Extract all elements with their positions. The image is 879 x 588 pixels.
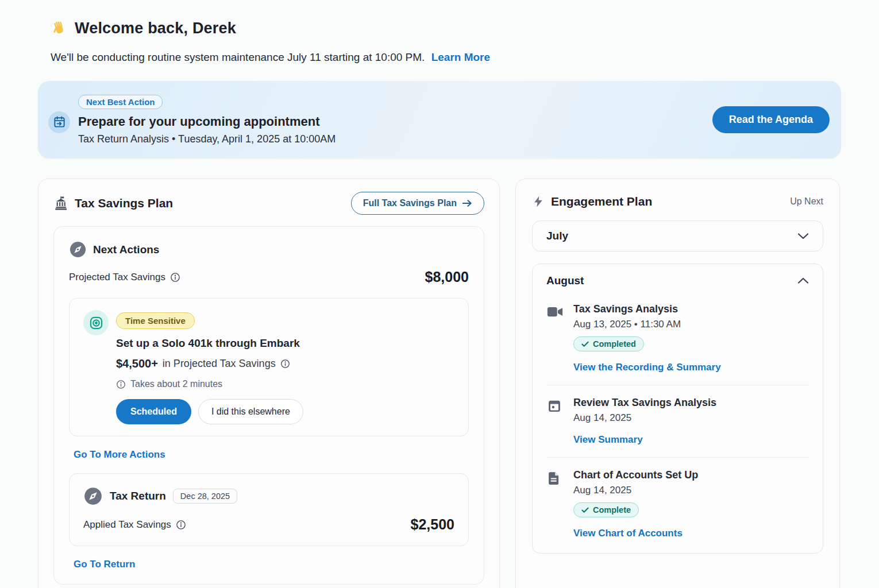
engagement-item-date: Aug 14, 2025 <box>573 485 631 496</box>
document-icon <box>546 469 564 539</box>
check-icon <box>581 507 589 513</box>
compass-icon <box>83 486 103 506</box>
engagement-item: Tax Savings Analysis Aug 13, 2025 • 11:3… <box>546 303 809 373</box>
lightning-icon <box>532 194 545 209</box>
scheduled-button[interactable]: Scheduled <box>116 399 191 424</box>
tax-return-date-badge: Dec 28, 2025 <box>173 489 237 504</box>
status-badge: Completed <box>573 336 644 351</box>
greeting-text: Welcome back, Derek <box>75 20 236 37</box>
compass-icon <box>69 241 87 258</box>
info-icon[interactable] <box>280 359 290 369</box>
view-recording-summary-link[interactable]: View the Recording & Summary <box>573 362 721 373</box>
month-accordion-august: August Tax Savings Analysis Au <box>532 264 823 554</box>
engagement-item: Review Tax Savings Analysis Aug 14, 2025… <box>546 397 809 446</box>
target-icon <box>83 310 109 335</box>
info-icon[interactable] <box>170 272 180 283</box>
engagement-item: Chart of Accounts Set Up Aug 14, 2025 Co… <box>546 469 809 539</box>
view-chart-of-accounts-link[interactable]: View Chart of Accounts <box>573 528 683 539</box>
divider <box>546 385 809 385</box>
page-title: Welcome back, Derek <box>51 20 879 37</box>
engagement-item-title: Review Tax Savings Analysis <box>573 397 716 409</box>
arrow-right-icon <box>462 199 472 208</box>
applied-tax-savings-label: Applied Tax Savings <box>83 519 171 531</box>
tax-savings-plan-card: Tax Savings Plan Full Tax Savings Plan <box>38 179 500 588</box>
engagement-item-title: Tax Savings Analysis <box>573 303 678 315</box>
bank-icon <box>53 196 68 211</box>
go-to-return-link[interactable]: Go To Return <box>74 559 135 570</box>
chevron-up-icon[interactable] <box>797 277 809 284</box>
tax-savings-plan-title: Tax Savings Plan <box>75 196 173 210</box>
engagement-item-title: Chart of Accounts Set Up <box>573 469 698 481</box>
month-label: July <box>546 230 568 242</box>
next-actions-card: Next Actions Projected Tax Savings $8,00… <box>53 226 484 585</box>
action-savings-suffix: in Projected Tax Savings <box>163 358 276 370</box>
next-actions-title: Next Actions <box>93 243 159 256</box>
banner-title: Prepare for your upcoming appointment <box>78 114 319 129</box>
view-summary-link[interactable]: View Summary <box>573 434 643 446</box>
calendar-event-icon <box>546 397 564 446</box>
video-icon <box>546 303 564 373</box>
projected-tax-savings-label: Projected Tax Savings <box>69 272 165 283</box>
divider <box>546 457 809 458</box>
time-sensitive-badge: Time Sensitive <box>116 312 195 329</box>
month-accordion-july[interactable]: July <box>532 220 823 252</box>
tax-return-title: Tax Return <box>110 490 166 502</box>
up-next-label: Up Next <box>790 196 823 207</box>
full-tax-savings-plan-button[interactable]: Full Tax Savings Plan <box>351 192 484 215</box>
applied-tax-savings-value: $2,500 <box>411 516 454 533</box>
month-label: August <box>546 274 584 287</box>
engagement-plan-card: Engagement Plan Up Next July August <box>515 179 840 588</box>
maintenance-notice: We'll be conducting routine system maint… <box>51 51 879 64</box>
banner-subtitle: Tax Return Analysis • Tuesday, April 1, … <box>78 133 336 145</box>
action-title: Set up a Solo 401k through Embark <box>116 337 300 350</box>
next-best-action-banner: Next Best Action Prepare for your upcomi… <box>38 81 841 158</box>
info-icon <box>116 380 126 389</box>
did-elsewhere-button[interactable]: I did this elsewhere <box>198 399 303 424</box>
check-icon <box>581 341 589 347</box>
read-agenda-button[interactable]: Read the Agenda <box>712 106 830 133</box>
info-icon[interactable] <box>176 520 186 530</box>
engagement-item-date: Aug 14, 2025 <box>573 412 631 424</box>
projected-tax-savings-value: $8,000 <box>425 269 469 285</box>
go-to-more-actions-link[interactable]: Go To More Actions <box>74 449 165 461</box>
status-badge: Complete <box>573 502 639 517</box>
wave-icon <box>51 20 68 37</box>
maintenance-text: We'll be conducting routine system maint… <box>51 51 425 63</box>
action-card-solo-401k: Time Sensitive Set up a Solo 401k throug… <box>69 298 469 436</box>
learn-more-link[interactable]: Learn More <box>431 51 490 63</box>
engagement-item-date: Aug 13, 2025 • 11:30 AM <box>573 319 681 330</box>
tax-return-card: Tax Return Dec 28, 2025 Applied Tax Savi… <box>69 473 469 546</box>
chevron-down-icon[interactable] <box>797 233 809 239</box>
action-savings-amount: $4,500+ <box>116 357 158 370</box>
calendar-arrow-icon <box>48 111 70 133</box>
engagement-plan-title: Engagement Plan <box>551 195 652 208</box>
next-best-action-badge: Next Best Action <box>78 95 163 109</box>
action-duration: Takes about 2 minutes <box>130 379 222 389</box>
